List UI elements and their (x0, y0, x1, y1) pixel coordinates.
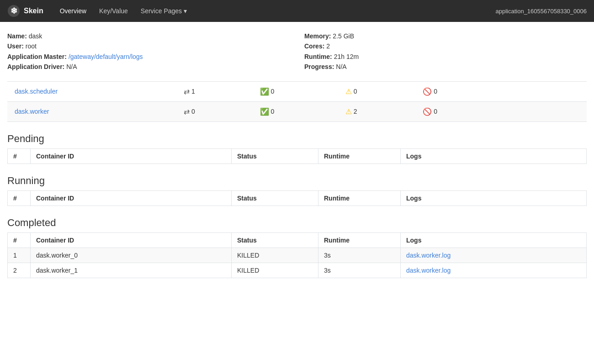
info-right: Memory: 2.5 GiB Cores: 2 Runtime: 21h 12… (304, 31, 587, 72)
progress-label: Progress: (304, 62, 334, 72)
running-col-hash: # (8, 190, 31, 206)
info-appdriver-row: Application Driver: N/A (7, 62, 290, 72)
running-header-row: # Container ID Status Runtime Logs (8, 190, 587, 206)
nav-keyvalue[interactable]: Key/Value (94, 4, 133, 18)
running-count: 1 (191, 88, 195, 95)
pending-col-runtime: Runtime (318, 148, 401, 164)
running-count: 0 (191, 108, 195, 115)
name-label: Name: (7, 31, 27, 41)
chevron-down-icon: ▾ (184, 7, 187, 15)
service-warning-cell: ⚠ 0 (338, 81, 416, 101)
running-title: Running (7, 175, 587, 187)
row-container-id: dask.worker_1 (31, 263, 232, 278)
row-container-id: dask.worker_0 (31, 248, 232, 263)
warning-count: 2 (354, 108, 357, 115)
warning-count: 0 (354, 88, 357, 95)
warning-icon: ⚠ (345, 87, 352, 96)
completed-col-container: Container ID (31, 232, 232, 248)
info-progress-row: Progress: N/A (304, 62, 587, 72)
log-link[interactable]: dask.worker.log (406, 267, 451, 274)
service-name-cell: dask.scheduler (7, 81, 176, 101)
service-success-cell: ✅ 0 (253, 81, 338, 101)
service-row: dask.scheduler ⇄ 1 ✅ 0 ⚠ 0 🚫 0 (7, 81, 587, 101)
service-empty1 (501, 101, 544, 121)
service-error-cell: 🚫 0 (415, 101, 501, 121)
running-table: # Container ID Status Runtime Logs (7, 190, 587, 206)
service-empty1 (501, 81, 544, 101)
name-value: dask (29, 31, 42, 41)
service-running-cell: ⇄ 0 (176, 101, 253, 121)
row-runtime: 3s (318, 248, 401, 263)
memory-label: Memory: (304, 31, 331, 41)
nav-overview[interactable]: Overview (54, 4, 92, 18)
navbar: ❄ Skein Overview Key/Value Service Pages… (0, 0, 594, 22)
error-icon: 🚫 (423, 107, 432, 116)
runtime-value: 21h 12m (334, 52, 359, 62)
table-row: 2 dask.worker_1 KILLED 3s dask.worker.lo… (8, 263, 587, 278)
service-row: dask.worker ⇄ 0 ✅ 0 ⚠ 2 🚫 0 (7, 101, 587, 121)
service-error-cell: 🚫 0 (415, 81, 501, 101)
cores-label: Cores: (304, 41, 324, 51)
info-appmaster-row: Application Master: /gateway/default/yar… (7, 52, 290, 62)
pending-col-hash: # (8, 148, 31, 164)
svg-text:❄: ❄ (11, 6, 17, 16)
row-runtime: 3s (318, 263, 401, 278)
info-left: Name: dask User: root Application Master… (7, 31, 290, 72)
success-icon: ✅ (260, 107, 269, 116)
cores-value: 2 (326, 41, 330, 51)
user-value: root (26, 41, 37, 51)
error-count: 0 (434, 88, 437, 95)
pending-table: # Container ID Status Runtime Logs (7, 148, 587, 164)
info-name-row: Name: dask (7, 31, 290, 41)
completed-header-row: # Container ID Status Runtime Logs (8, 232, 587, 248)
runtime-label: Runtime: (304, 52, 332, 62)
service-warning-cell: ⚠ 2 (338, 101, 416, 121)
service-name-cell: dask.worker (7, 101, 176, 121)
brand-label: Skein (24, 7, 43, 15)
error-icon: 🚫 (423, 87, 432, 96)
running-col-container: Container ID (31, 190, 232, 206)
memory-value: 2.5 GiB (333, 31, 354, 41)
service-name-link[interactable]: dask.worker (15, 108, 49, 115)
pending-col-status: Status (232, 148, 318, 164)
nav-links: Overview Key/Value Service Pages ▾ (54, 4, 496, 18)
running-icon: ⇄ (184, 107, 190, 116)
completed-title: Completed (7, 217, 587, 229)
appmaster-label: Application Master: (7, 52, 67, 62)
completed-col-hash: # (8, 232, 31, 248)
running-col-status: Status (232, 190, 318, 206)
pending-col-container: Container ID (31, 148, 232, 164)
brand[interactable]: ❄ Skein (7, 5, 43, 17)
row-log: dask.worker.log (401, 248, 587, 263)
nav-service-pages[interactable]: Service Pages ▾ (135, 4, 192, 18)
user-label: User: (7, 41, 24, 51)
app-id: application_1605567058330_0006 (495, 8, 587, 15)
running-icon: ⇄ (184, 87, 190, 96)
services-table: dask.scheduler ⇄ 1 ✅ 0 ⚠ 0 🚫 0 (7, 81, 587, 122)
appdriver-label: Application Driver: (7, 62, 64, 72)
main-content: Name: dask User: root Application Master… (0, 22, 594, 298)
row-num: 2 (8, 263, 31, 278)
completed-table: # Container ID Status Runtime Logs 1 das… (7, 232, 587, 278)
success-count: 0 (271, 88, 275, 95)
pending-header-row: # Container ID Status Runtime Logs (8, 148, 587, 164)
running-col-runtime: Runtime (318, 190, 401, 206)
success-count: 0 (271, 108, 275, 115)
brand-logo: ❄ (7, 5, 20, 17)
completed-col-logs: Logs (401, 232, 587, 248)
service-running-cell: ⇄ 1 (176, 81, 253, 101)
service-success-cell: ✅ 0 (253, 101, 338, 121)
row-log: dask.worker.log (401, 263, 587, 278)
row-status: KILLED (232, 248, 318, 263)
table-row: 1 dask.worker_0 KILLED 3s dask.worker.lo… (8, 248, 587, 263)
service-name-link[interactable]: dask.scheduler (15, 88, 58, 95)
info-runtime-row: Runtime: 21h 12m (304, 52, 587, 62)
info-memory-row: Memory: 2.5 GiB (304, 31, 587, 41)
row-num: 1 (8, 248, 31, 263)
log-link[interactable]: dask.worker.log (406, 252, 451, 259)
running-col-logs: Logs (401, 190, 587, 206)
progress-value: N/A (336, 62, 346, 72)
appmaster-link[interactable]: /gateway/default/yarn/logs (69, 52, 143, 62)
info-section: Name: dask User: root Application Master… (7, 31, 587, 72)
row-status: KILLED (232, 263, 318, 278)
